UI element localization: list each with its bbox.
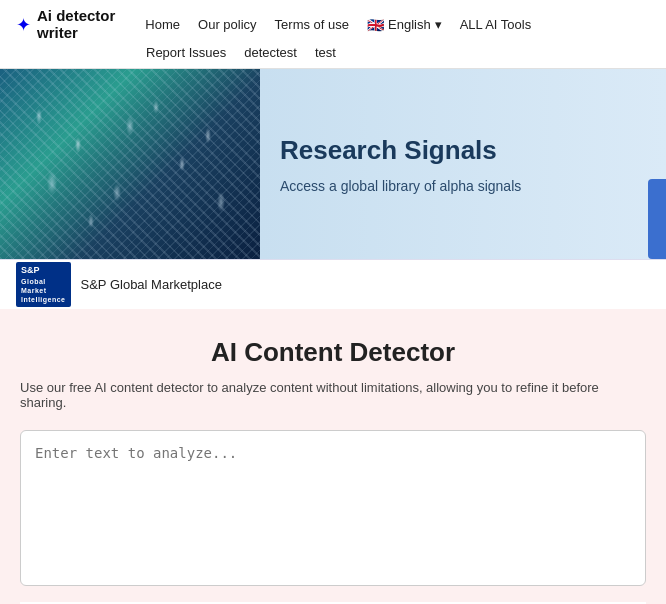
- sp-logo: S&P Global Market Intelligence: [16, 262, 71, 307]
- nav-home[interactable]: Home: [145, 17, 180, 32]
- fish-dots: [0, 69, 260, 259]
- language-selector[interactable]: 🇬🇧 English ▾: [367, 17, 442, 33]
- ad-content: Research Signals Access a global library…: [260, 69, 666, 259]
- page-title: AI Content Detector: [20, 337, 646, 368]
- ad-cta-bar: [648, 179, 666, 259]
- ad-image: [0, 69, 260, 259]
- ad-subtitle: Access a global library of alpha signals: [280, 178, 646, 194]
- page-description: Use our free AI content detector to anal…: [20, 380, 646, 410]
- text-area-wrapper: [20, 430, 646, 586]
- logo[interactable]: ✦ Ai detectorwriter: [16, 8, 115, 41]
- ad-title: Research Signals: [280, 135, 646, 166]
- fish-overlay: [0, 69, 260, 259]
- ad-footer[interactable]: S&P Global Market Intelligence S&P Globa…: [0, 259, 666, 309]
- nav-links: Home Our policy Terms of use 🇬🇧 English …: [145, 17, 531, 33]
- header-top: ✦ Ai detectorwriter Home Our policy Term…: [16, 0, 650, 45]
- nav-our-policy[interactable]: Our policy: [198, 17, 257, 32]
- ad-banner[interactable]: Research Signals Access a global library…: [0, 69, 666, 259]
- chevron-down-icon: ▾: [435, 17, 442, 32]
- ad-footer-inner: S&P Global Market Intelligence S&P Globa…: [16, 262, 222, 307]
- nav-test[interactable]: test: [315, 45, 336, 60]
- nav-report-issues[interactable]: Report Issues: [146, 45, 226, 60]
- text-input[interactable]: [21, 431, 645, 581]
- language-flag: 🇬🇧: [367, 17, 384, 33]
- nav-all-ai-tools[interactable]: ALL AI Tools: [460, 17, 532, 32]
- logo-text: Ai detectorwriter: [37, 8, 115, 41]
- main-content: AI Content Detector Use our free AI cont…: [0, 309, 666, 604]
- nav-detectest[interactable]: detectest: [244, 45, 297, 60]
- language-label: English: [388, 17, 431, 32]
- logo-icon: ✦: [16, 14, 31, 36]
- header: ✦ Ai detectorwriter Home Our policy Term…: [0, 0, 666, 69]
- header-bottom: Report Issues detectest test: [146, 45, 650, 68]
- nav-terms-of-use[interactable]: Terms of use: [275, 17, 349, 32]
- ad-company-name: S&P Global Marketplace: [81, 277, 222, 292]
